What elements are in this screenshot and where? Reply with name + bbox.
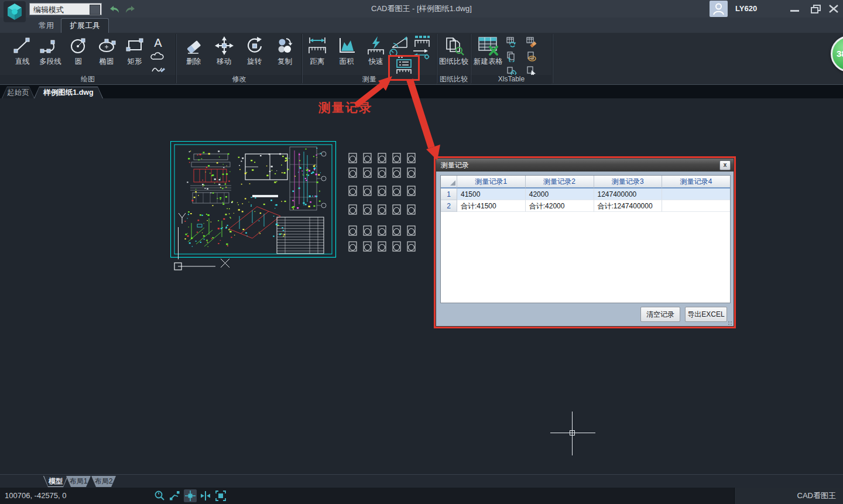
row-number-cell[interactable]: 2 bbox=[441, 200, 457, 212]
erase-button[interactable]: 删除 bbox=[181, 35, 206, 67]
sheet-refresh-icon[interactable] bbox=[506, 52, 517, 62]
dialog-title-bar[interactable]: 测量记录 x bbox=[436, 159, 734, 172]
export-excel-button[interactable]: 导出EXCEL bbox=[685, 307, 727, 322]
app-logo[interactable] bbox=[4, 1, 26, 22]
svg-text:A: A bbox=[154, 36, 162, 49]
table-cell[interactable]: 1247400000 bbox=[594, 188, 663, 200]
user-avatar[interactable] bbox=[710, 1, 728, 17]
distance-icon bbox=[306, 35, 328, 56]
column-header[interactable]: 测量记录1 bbox=[457, 176, 526, 188]
ribbon-tab-row: 常用 扩展工具 bbox=[0, 18, 843, 33]
table-row[interactable]: 141500420001247400000 bbox=[441, 188, 730, 200]
layout-tab-bar: 模型 布局1 布局2 bbox=[0, 474, 843, 488]
move-icon bbox=[214, 35, 235, 56]
table-cell[interactable]: 合计:41500 bbox=[457, 200, 526, 212]
revision-cloud-icon[interactable] bbox=[150, 51, 166, 61]
dialog-title: 测量记录 bbox=[441, 161, 469, 169]
dialog-close-button[interactable]: x bbox=[719, 160, 731, 170]
table-cell[interactable]: 合计:42000 bbox=[526, 200, 594, 212]
column-header[interactable]: 测量记录3 bbox=[594, 176, 663, 188]
statusbar-app-label: CAD看图王 bbox=[734, 488, 843, 504]
text-icon[interactable]: A bbox=[151, 36, 165, 49]
sheet-coin-icon[interactable] bbox=[526, 52, 537, 62]
distance-button[interactable]: 距离 bbox=[305, 35, 330, 67]
table-cell[interactable] bbox=[662, 188, 730, 200]
tab-kuozhangongju[interactable]: 扩展工具 bbox=[61, 18, 109, 33]
zoom-pan-button[interactable] bbox=[153, 489, 166, 502]
freehand-icon[interactable] bbox=[150, 63, 166, 75]
group-xlstable: 新建表格 bbox=[471, 33, 551, 84]
quick-measure-button[interactable]: 快速 bbox=[364, 35, 388, 67]
snap-width-button[interactable] bbox=[199, 489, 212, 502]
tab-model[interactable]: 模型 bbox=[43, 476, 68, 487]
rotate-button[interactable]: 旋转 bbox=[242, 35, 267, 67]
rectangle-button[interactable]: 矩形 bbox=[122, 35, 147, 67]
column-header[interactable]: 测量记录2 bbox=[526, 176, 594, 188]
crosshair-icon bbox=[184, 490, 196, 502]
row-number-cell[interactable]: 1 bbox=[441, 188, 457, 200]
erase-icon bbox=[183, 35, 204, 56]
group-label-modify: 修改 bbox=[177, 75, 301, 84]
drawing-compare-icon bbox=[442, 35, 465, 56]
restore-button[interactable] bbox=[809, 3, 823, 15]
restore-icon bbox=[809, 3, 823, 15]
area-icon bbox=[335, 35, 358, 56]
table-erase-icon[interactable] bbox=[526, 37, 537, 47]
tab-layout2[interactable]: 布局2 bbox=[91, 476, 116, 487]
tab-changyong[interactable]: 常用 bbox=[30, 19, 62, 33]
rotate-icon bbox=[244, 35, 265, 56]
group-compare: 图纸比较 图纸比较 bbox=[437, 33, 470, 84]
new-table-button[interactable]: 新建表格 bbox=[474, 35, 503, 67]
crosshair-mode-button[interactable] bbox=[184, 489, 197, 502]
cad-drawing bbox=[170, 141, 337, 273]
ruler-icon[interactable] bbox=[414, 35, 430, 48]
area-button[interactable]: 面积 bbox=[334, 35, 359, 67]
quick-measure-icon bbox=[365, 35, 387, 56]
coordinates-readout: 100706, -42575, 0 bbox=[5, 488, 67, 504]
zoom-extents-icon bbox=[215, 490, 227, 502]
close-button[interactable] bbox=[827, 3, 841, 15]
angle-measure-icon[interactable] bbox=[390, 35, 409, 49]
line-button[interactable]: 直线 bbox=[10, 35, 35, 67]
polyline-icon bbox=[39, 35, 62, 56]
table-refresh-icon[interactable] bbox=[506, 37, 517, 47]
zoom-extents-button[interactable] bbox=[214, 489, 227, 502]
drawing-compare-button[interactable]: 图纸比较 bbox=[439, 35, 468, 67]
user-icon bbox=[710, 1, 728, 17]
tab-layout1[interactable]: 布局1 bbox=[66, 476, 91, 487]
resize-grip[interactable] bbox=[727, 320, 732, 325]
ellipse-button[interactable]: 椭圆 bbox=[94, 35, 119, 67]
table-cell[interactable]: 41500 bbox=[457, 188, 526, 200]
table-cell[interactable]: 42000 bbox=[526, 188, 594, 200]
clear-records-button[interactable]: 清空记录 bbox=[640, 307, 680, 322]
minimize-button[interactable] bbox=[788, 3, 802, 15]
polyline-button[interactable]: 多段线 bbox=[38, 35, 63, 67]
circle-button[interactable]: 圆 bbox=[66, 35, 91, 67]
status-bar: 100706, -42575, 0 bbox=[0, 488, 843, 504]
table-cell[interactable]: 合计:1247400000 bbox=[594, 200, 663, 212]
copy-button[interactable]: 复制 bbox=[273, 35, 297, 67]
group-modify: 删除 移动 bbox=[177, 33, 301, 84]
measure-table-header: 测量记录1 测量记录2 测量记录3 测量记录4 bbox=[441, 176, 730, 188]
group-label-compare: 图纸比较 bbox=[437, 75, 470, 84]
segments-icon bbox=[169, 490, 181, 502]
circle-icon bbox=[68, 35, 89, 56]
tab-start-page[interactable]: 起始页 bbox=[2, 87, 35, 98]
move-button[interactable]: 移动 bbox=[212, 35, 237, 67]
ribbon: 直线 多段线 bbox=[0, 33, 843, 85]
zoom-pan-icon bbox=[154, 490, 166, 502]
column-header[interactable]: 测量记录4 bbox=[662, 176, 730, 188]
group-draw: 直线 多段线 bbox=[0, 33, 176, 84]
tab-sample-drawing[interactable]: 样例图纸1.dwg bbox=[34, 87, 103, 98]
rectangle-icon bbox=[124, 35, 145, 56]
minimize-icon bbox=[788, 3, 802, 15]
table-cell[interactable] bbox=[662, 200, 730, 212]
line-icon bbox=[12, 35, 33, 56]
block-symbols-grid bbox=[347, 151, 418, 254]
annotation-label: 测量记录 bbox=[318, 100, 372, 116]
table-row[interactable]: 2合计:41500合计:42000合计:1247400000 bbox=[441, 200, 730, 212]
table-corner-cell[interactable] bbox=[441, 176, 457, 188]
dialog-frame: 测量记录 x 测量记录1 测量记录2 测量记录3 测量记录4 141500420… bbox=[436, 158, 734, 327]
corner-triangle-icon bbox=[450, 180, 455, 186]
polyline-mode-button[interactable] bbox=[169, 489, 181, 502]
